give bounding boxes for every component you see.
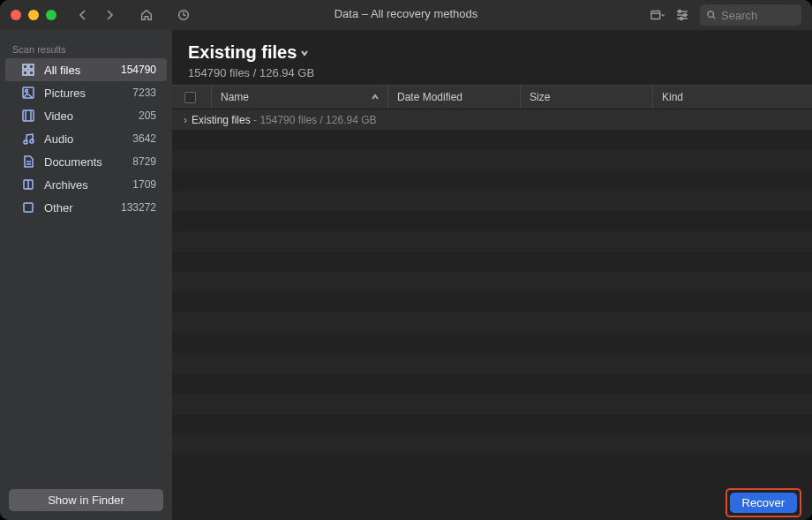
sidebar-item-label: Pictures (44, 87, 105, 100)
sidebar: Scan results All files 154790 Pictures 7… (0, 30, 172, 520)
svg-rect-14 (29, 71, 34, 75)
music-icon (21, 132, 35, 146)
svg-line-10 (713, 17, 716, 19)
recover-highlight: Recover (726, 488, 801, 517)
svg-rect-26 (24, 203, 33, 212)
sidebar-item-label: All files (44, 64, 105, 77)
column-date-modified[interactable]: Date Modified (387, 86, 520, 109)
sidebar-item-all-files[interactable]: All files 154790 (5, 58, 167, 81)
svg-rect-11 (23, 64, 27, 69)
column-kind[interactable]: Kind (652, 86, 812, 109)
sidebar-item-video[interactable]: Video 205 (5, 104, 167, 127)
back-button[interactable] (76, 8, 90, 22)
sidebar-heading: Scan results (0, 39, 172, 58)
home-button[interactable] (139, 8, 154, 22)
table-body: › Existing files - 154790 files / 126.94… (172, 109, 812, 485)
other-icon (21, 200, 35, 215)
chevron-down-icon (300, 49, 309, 57)
table-row (172, 170, 812, 191)
footer-bar: Recover (172, 485, 812, 520)
close-window-button[interactable] (11, 10, 21, 20)
table-row[interactable]: › Existing files - 154790 files / 126.94… (172, 109, 812, 130)
sidebar-item-documents[interactable]: Documents 8729 (5, 150, 167, 173)
svg-rect-12 (29, 64, 34, 69)
svg-point-9 (708, 11, 714, 18)
app-window: Data – All recovery methods Scan results… (0, 0, 812, 520)
svg-rect-1 (651, 11, 660, 19)
table-row (172, 150, 812, 170)
sidebar-item-label: Video (44, 109, 105, 123)
sidebar-item-count: 8729 (114, 155, 156, 168)
toolbar-right (650, 4, 801, 26)
sidebar-item-count: 205 (114, 109, 156, 122)
titlebar: Data – All recovery methods (0, 0, 812, 30)
checkbox-icon (184, 92, 196, 103)
disclosure-triangle-icon[interactable]: › (179, 114, 192, 126)
table-row (172, 191, 812, 211)
table-row (172, 455, 812, 475)
sidebar-item-label: Documents (44, 155, 105, 169)
table-row (172, 292, 812, 313)
zoom-window-button[interactable] (46, 10, 56, 20)
sidebar-item-count: 154790 (114, 64, 156, 76)
column-name[interactable]: Name (211, 86, 387, 109)
sidebar-item-count: 133272 (114, 201, 156, 214)
search-input[interactable] (721, 9, 794, 22)
sidebar-item-other[interactable]: Other 133272 (5, 196, 167, 219)
show-in-finder-button[interactable]: Show in Finder (9, 489, 163, 511)
section-title[interactable]: Existing files (188, 42, 309, 63)
sidebar-item-audio[interactable]: Audio 3642 (5, 127, 167, 150)
table-row (172, 313, 812, 333)
search-field[interactable] (700, 4, 801, 26)
nav-buttons (76, 8, 191, 22)
table-row (172, 373, 812, 394)
table-row (172, 211, 812, 231)
sidebar-item-count: 1709 (114, 178, 156, 191)
content-heading: Existing files 154790 files / 126.94 GB (172, 30, 812, 85)
column-size[interactable]: Size (520, 86, 652, 109)
table-row (172, 333, 812, 353)
svg-rect-13 (23, 71, 27, 75)
table-row (172, 394, 812, 414)
settings-button[interactable] (675, 8, 689, 22)
table-row (172, 353, 812, 373)
table-row (172, 130, 812, 150)
section-subtitle: 154790 files / 126.94 GB (188, 66, 796, 79)
grid-icon (21, 63, 35, 77)
view-mode-button[interactable] (650, 8, 665, 22)
table-row (172, 272, 812, 292)
archive-icon (21, 177, 35, 192)
minimize-window-button[interactable] (28, 10, 39, 20)
row-name: Existing files - 154790 files / 126.94 G… (192, 114, 376, 126)
main-pane: Existing files 154790 files / 126.94 GB … (172, 30, 812, 520)
sidebar-item-pictures[interactable]: Pictures 7233 (5, 81, 167, 104)
sidebar-item-label: Audio (44, 132, 105, 146)
sidebar-item-count: 7233 (114, 87, 156, 99)
history-button[interactable] (177, 8, 191, 22)
sort-asc-icon (372, 94, 379, 101)
table-row (172, 231, 812, 252)
table-row (172, 414, 812, 434)
svg-point-20 (24, 140, 27, 144)
film-icon (21, 109, 35, 123)
svg-point-21 (30, 139, 34, 143)
sidebar-item-label: Archives (44, 178, 105, 192)
sidebar-item-label: Other (44, 201, 105, 215)
sidebar-item-count: 3642 (114, 132, 156, 145)
forward-button[interactable] (102, 8, 117, 22)
svg-point-16 (26, 90, 28, 93)
doc-icon (21, 154, 35, 169)
svg-rect-17 (23, 110, 34, 121)
column-checkbox[interactable] (179, 86, 211, 109)
recover-button[interactable]: Recover (730, 493, 797, 513)
table-row (172, 434, 812, 455)
traffic-lights (11, 10, 56, 20)
image-icon (21, 86, 35, 100)
window-title: Data – All recovery methods (335, 7, 478, 20)
table-row (172, 252, 812, 272)
search-icon (707, 10, 716, 20)
table-header: Name Date Modified Size Kind (172, 85, 812, 109)
sidebar-item-archives[interactable]: Archives 1709 (5, 173, 167, 196)
